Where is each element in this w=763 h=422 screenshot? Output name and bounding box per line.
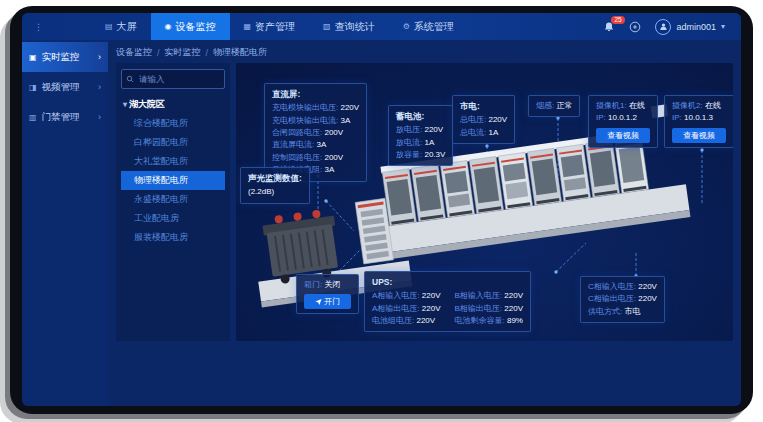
- nav-tab-device-monitor[interactable]: ◉ 设备监控: [151, 13, 230, 40]
- field-label: 电池组电压: [372, 316, 416, 325]
- smoke-sensor-panel: 烟感正常: [528, 95, 580, 117]
- fullscreen-icon[interactable]: [629, 21, 641, 33]
- content-area: 设备监控 / 实时监控 / 物理楼配电所 ▾湖大院区: [108, 40, 741, 406]
- field-value: 220V: [340, 103, 359, 112]
- field-label: 放容量: [396, 150, 424, 159]
- username: admin001: [676, 22, 716, 32]
- power-mode-value: 市电: [624, 307, 640, 316]
- field-value: 220V: [638, 294, 657, 303]
- sidebar-item-label: 实时监控: [42, 51, 80, 64]
- nav-tab-asset-mgmt[interactable]: ▦ 资产管理: [230, 13, 310, 40]
- nav-tab-query-stats[interactable]: ▧ 查询统计: [309, 13, 389, 40]
- field-label: 充电模块输出电流: [272, 116, 340, 125]
- noise-value: (2.2dB): [248, 187, 274, 196]
- chevron-right-icon: ›: [98, 52, 101, 62]
- breadcrumb-separator: /: [157, 48, 160, 58]
- room-3d-canvas[interactable]: 直流屏 充电模块输出电压220V 充电模块输出电流3A 合闸回路电压200V 直…: [236, 63, 733, 341]
- notification-badge: 25: [611, 16, 624, 24]
- panel-title: 直流屏: [272, 88, 359, 101]
- field-label: 烟感: [536, 101, 556, 110]
- nav-tab-label: 资产管理: [255, 20, 295, 34]
- noise-monitor-panel: 声光监测数值 (2.2dB): [240, 167, 310, 204]
- tree-search-input[interactable]: [137, 73, 220, 85]
- field-label: 箱门: [304, 280, 324, 289]
- station-tree-panel: ▾湖大院区 综合楼配电所 白桦园配电所 大礼堂配电所 物理楼配电所 永盛楼配电所…: [116, 63, 230, 341]
- sidebar-item-label: 视频管理: [42, 81, 80, 94]
- field-label: 放电压: [396, 125, 424, 134]
- camera-ip: 10.0.1.2: [608, 113, 637, 122]
- ups-panel: UPS A相输入电压220V A相输出电压220V 电池组电压220V B相输入…: [364, 271, 531, 332]
- send-icon: [315, 298, 322, 305]
- tree-item[interactable]: 工业配电房: [121, 209, 225, 228]
- field-value: 3A: [324, 165, 334, 174]
- breadcrumb: 设备监控 / 实时监控 / 物理楼配电所: [116, 45, 733, 60]
- camera-label: 摄像机2: [672, 101, 705, 110]
- mains-panel: 市电 总电压220V 总电流1A: [452, 95, 515, 144]
- tree-root-label: 湖大院区: [129, 99, 165, 109]
- camera-status: 在线: [629, 101, 645, 110]
- realtime-monitor-icon: ▣: [29, 53, 37, 62]
- chevron-right-icon: ›: [98, 82, 101, 92]
- open-door-button[interactable]: 开门: [304, 294, 351, 309]
- field-value: 220V: [424, 125, 443, 134]
- view-video-button[interactable]: 查看视频: [596, 128, 650, 143]
- tree-caret-icon: ▾: [123, 100, 127, 109]
- field-value: 220V: [422, 304, 441, 313]
- field-label: 总电流: [460, 128, 488, 137]
- tree-item[interactable]: 白桦园配电所: [121, 133, 225, 152]
- field-label: 总电压: [460, 115, 488, 124]
- field-value: 220V: [422, 291, 441, 300]
- camera-label: 摄像机1: [596, 101, 629, 110]
- tree-search[interactable]: [121, 69, 225, 89]
- nav-collapse-icon[interactable]: ⋮: [22, 13, 51, 40]
- tree-item[interactable]: 大礼堂配电所: [121, 152, 225, 171]
- sidebar-item-access-mgmt[interactable]: ▥ 门禁管理 ›: [22, 102, 108, 132]
- field-value: 220V: [504, 291, 523, 300]
- nav-tabs: ▤ 大屏 ◉ 设备监控 ▦ 资产管理 ▧ 查询统计 ⚙ 系统管理: [91, 13, 468, 40]
- sidebar-item-video-mgmt[interactable]: ◨ 视频管理 ›: [22, 72, 108, 102]
- field-label: 放电流: [396, 138, 424, 147]
- tree-item-selected[interactable]: 物理楼配电所: [121, 171, 225, 190]
- field-value: 220V: [504, 304, 523, 313]
- panel-title: UPS: [372, 276, 523, 289]
- nav-tab-label: 设备监控: [176, 20, 216, 34]
- field-label: 直流屏电流: [272, 140, 316, 149]
- field-value: 3A: [340, 116, 350, 125]
- breadcrumb-item[interactable]: 设备监控: [116, 46, 152, 59]
- field-value: 220V: [488, 115, 507, 124]
- tree-item[interactable]: 服装楼配电房: [121, 228, 225, 247]
- door-panel: 箱门关闭 开门: [296, 274, 359, 314]
- field-label: B相输入电压: [454, 291, 504, 300]
- camera-ip: 10.0.1.3: [684, 113, 713, 122]
- chevron-down-icon: ▾: [721, 22, 725, 31]
- panel-title: 市电: [460, 100, 507, 113]
- field-label: 合闸回路电压: [272, 128, 324, 137]
- tree-item[interactable]: 综合楼配电所: [121, 114, 225, 133]
- user-menu[interactable]: admin001 ▾: [655, 19, 725, 35]
- camera1-panel: 摄像机1在线 IP10.0.1.2 查看视频: [588, 95, 658, 148]
- view-video-button[interactable]: 查看视频: [672, 128, 726, 143]
- camera2-panel: 摄像机2在线 IP10.0.1.3 查看视频: [664, 95, 733, 148]
- breadcrumb-separator: /: [206, 48, 209, 58]
- nav-tab-dashboard[interactable]: ▤ 大屏: [91, 13, 151, 40]
- panel-title: 蓄电池: [396, 110, 445, 123]
- field-label: IP: [596, 113, 608, 122]
- tree-root-node[interactable]: ▾湖大院区: [123, 98, 223, 111]
- field-label: 供电方式: [588, 307, 624, 316]
- notification-bell-icon[interactable]: 25: [603, 21, 615, 33]
- smoke-status: 正常: [556, 101, 572, 110]
- camera-status: 在线: [705, 101, 721, 110]
- field-label: A相输入电压: [372, 291, 422, 300]
- field-value: 89%: [507, 316, 523, 325]
- sidebar-item-realtime-monitor[interactable]: ▣ 实时监控 ›: [22, 42, 108, 72]
- breadcrumb-item[interactable]: 实时监控: [165, 46, 201, 59]
- field-value: 200V: [324, 153, 343, 162]
- app-window: ⋮ ▤ 大屏 ◉ 设备监控 ▦ 资产管理 ▧ 查询统计: [22, 13, 741, 406]
- sidebar: ▣ 实时监控 › ◨ 视频管理 › ▥ 门禁管理 ›: [22, 40, 108, 406]
- search-icon: [126, 75, 134, 83]
- field-label: A相输出电压: [372, 304, 422, 313]
- nav-tab-system-mgmt[interactable]: ⚙ 系统管理: [389, 13, 468, 40]
- field-label: C相输入电压: [588, 282, 638, 291]
- tree-item[interactable]: 永盛楼配电所: [121, 190, 225, 209]
- field-value: 1A: [488, 128, 498, 137]
